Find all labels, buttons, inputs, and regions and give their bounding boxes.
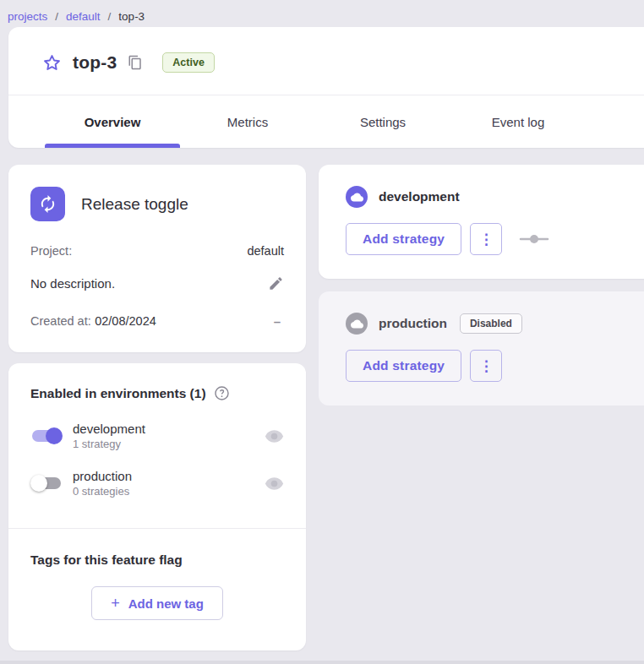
release-toggle-icon <box>30 187 65 221</box>
active-tab-indicator <box>45 144 180 148</box>
flag-type-label: Release toggle <box>81 195 188 214</box>
visibility-eye-icon[interactable] <box>265 474 284 493</box>
metrics-sparkline-icon <box>519 233 549 245</box>
description-text: No description. <box>30 276 115 291</box>
tabs: Overview Metrics Settings Event log <box>45 95 644 148</box>
breadcrumb-projects-link[interactable]: projects <box>8 10 47 23</box>
environment-menu-kebab-icon[interactable]: ⋮ <box>470 350 502 382</box>
tags-section: Tags for this feature flag + Add new tag <box>8 529 306 650</box>
tab-overview[interactable]: Overview <box>45 95 180 148</box>
environment-strategy-count: 1 strategy <box>73 438 145 450</box>
enabled-environments-section: Enabled in environments (1) de <box>8 363 306 528</box>
project-label: Project: <box>30 244 72 258</box>
environment-strategy-count: 0 strategies <box>73 485 132 498</box>
breadcrumb: projects / default / top-3 <box>0 0 644 27</box>
edit-description-icon[interactable] <box>268 275 284 291</box>
tab-event-log[interactable]: Event log <box>450 95 586 148</box>
environment-panel-name: production <box>379 316 447 331</box>
copy-name-icon[interactable] <box>128 55 143 70</box>
environment-panel-name: development <box>379 189 460 204</box>
plus-icon: + <box>111 596 120 611</box>
disabled-badge: Disabled <box>460 313 522 334</box>
production-environment-panel: production Disabled Add strategy ⋮ <box>319 291 644 405</box>
breadcrumb-default-link[interactable]: default <box>66 10 101 23</box>
breadcrumb-separator: / <box>55 10 58 23</box>
development-environment-panel: development Add strategy ⋮ <box>319 165 644 279</box>
created-at-label: Created at: <box>30 314 91 328</box>
project-value: default <box>247 244 284 258</box>
visibility-eye-icon[interactable] <box>265 427 284 446</box>
page-title: top-3 <box>73 52 117 73</box>
environments-tags-card: Enabled in environments (1) de <box>8 363 306 650</box>
cloud-environment-icon <box>346 313 368 335</box>
development-toggle[interactable] <box>30 427 63 445</box>
environment-row-development: development 1 strategy <box>30 422 284 450</box>
add-strategy-button[interactable]: Add strategy <box>346 223 461 255</box>
enabled-environments-title: Enabled in environments (1) <box>30 386 206 401</box>
flag-title-row: top-3 Active <box>8 27 644 95</box>
status-badge: Active <box>162 52 215 73</box>
help-icon[interactable] <box>214 385 230 401</box>
add-strategy-button[interactable]: Add strategy <box>346 350 461 382</box>
breadcrumb-current: top-3 <box>118 10 145 23</box>
bottom-edge-strip <box>0 661 644 664</box>
environment-row-production: production 0 strategies <box>30 469 284 498</box>
environment-name: development <box>73 422 145 436</box>
production-toggle[interactable] <box>30 474 63 493</box>
environment-name: production <box>73 469 132 483</box>
favorite-star-icon[interactable] <box>42 53 62 73</box>
created-at-dash: – <box>274 314 284 329</box>
flag-details-card: Release toggle Project: default No descr… <box>8 165 306 352</box>
flag-header-card: top-3 Active Overview Metrics Settings E… <box>8 27 644 148</box>
breadcrumb-separator: / <box>108 10 112 23</box>
environment-menu-kebab-icon[interactable]: ⋮ <box>470 223 502 255</box>
add-new-tag-button[interactable]: + Add new tag <box>91 586 223 620</box>
tags-title: Tags for this feature flag <box>30 552 284 568</box>
cloud-environment-icon <box>346 186 368 208</box>
tab-metrics[interactable]: Metrics <box>180 95 315 148</box>
add-new-tag-label: Add new tag <box>128 596 204 611</box>
tab-settings[interactable]: Settings <box>315 95 450 148</box>
created-at-value: 02/08/2024 <box>95 314 156 328</box>
